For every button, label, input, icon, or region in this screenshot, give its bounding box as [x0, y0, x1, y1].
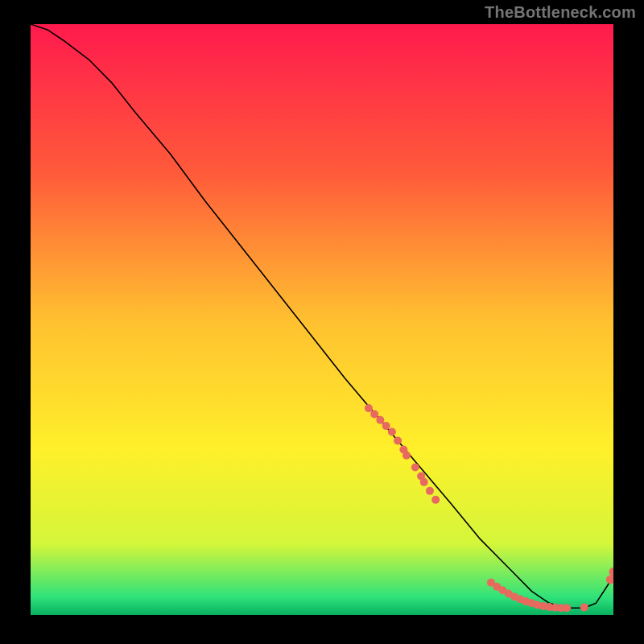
- data-point: [426, 487, 434, 495]
- data-point: [420, 478, 428, 486]
- chart-svg: [31, 24, 613, 615]
- data-point: [563, 604, 571, 612]
- data-point: [431, 496, 440, 504]
- data-point: [580, 603, 588, 611]
- data-point: [388, 427, 396, 436]
- data-point: [394, 436, 402, 444]
- data-point: [365, 404, 373, 412]
- data-point: [382, 422, 390, 430]
- chart-frame: TheBottleneck.com: [0, 0, 644, 644]
- data-point: [402, 452, 411, 460]
- attribution-label: TheBottleneck.com: [485, 3, 636, 22]
- gradient-background: [31, 24, 613, 615]
- data-point: [376, 416, 384, 424]
- data-point: [411, 464, 419, 472]
- plot-area: [31, 24, 613, 615]
- data-point: [370, 410, 378, 418]
